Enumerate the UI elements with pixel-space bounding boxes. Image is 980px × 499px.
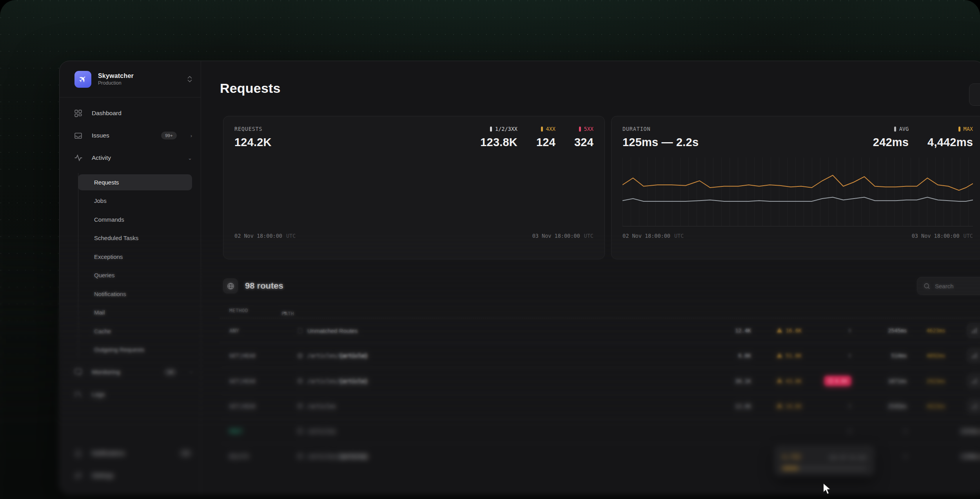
sidebar-item-settings[interactable]: Settings xyxy=(74,468,192,483)
stat-max: MAX 4,442ms xyxy=(927,126,973,149)
row-end xyxy=(946,323,980,338)
sidebar-item-requests[interactable]: Requests xyxy=(78,174,192,190)
row-chart-button chart-mini-icon[interactable] xyxy=(967,323,980,338)
method-label: GET|HEAD xyxy=(220,353,292,359)
cell-4xx: 51.6K xyxy=(751,353,802,359)
count-badge: 13 xyxy=(179,449,192,457)
sidebar-item-activity[interactable]: Activity⌄ xyxy=(74,150,192,166)
sidebar-item-cache[interactable]: Cache xyxy=(78,323,192,339)
cell-avg: 2545ms xyxy=(851,327,907,334)
routes-toolbar: 98 routes ⌘F View all Errors xyxy=(223,277,980,295)
table-row[interactable]: ANY Unmatched Routes 12.4K 16.6K 0 2545m… xyxy=(220,318,980,343)
search-icon xyxy=(924,283,930,289)
sidebar-item-monitoring[interactable]: Monitoring18› xyxy=(74,364,192,380)
table-row[interactable]: GET|HEAD /articles/{article} 30.1K 43.0K… xyxy=(220,368,980,393)
mouse-cursor xyxy=(822,483,833,495)
5xx-error-badge: 8.6K xyxy=(824,376,851,386)
sidebar-item-issues[interactable]: Issues99+› xyxy=(74,128,192,143)
legend-pill xyxy=(579,127,581,132)
cell-5xx: 0 xyxy=(802,353,851,359)
globe-icon xyxy=(292,378,307,384)
globe-icon xyxy=(223,278,238,293)
bell-icon xyxy=(74,449,83,457)
stat-4xx: 4XX 124 xyxy=(536,126,555,149)
cell-123xx: 12.4K xyxy=(708,327,751,334)
chevron-down-icon: ⌄ xyxy=(188,155,192,161)
page-title: Requests xyxy=(220,81,980,96)
inbox-icon xyxy=(74,132,83,140)
pulse-icon xyxy=(74,154,83,162)
route-path: /articles/{article} xyxy=(307,453,708,459)
max-line xyxy=(622,175,973,191)
time-range-1h[interactable]: 1H xyxy=(973,88,980,102)
legend-pill xyxy=(894,127,896,132)
row-end xyxy=(946,348,980,363)
route-path: /articles xyxy=(307,428,708,434)
col-method[interactable]: METHOD xyxy=(229,307,248,313)
x-axis-end: 03 Nov 18:00:00UTC xyxy=(532,233,593,239)
col-123xx[interactable]: 1/2/3XX xyxy=(971,307,980,313)
cell-123xx: 30.1K xyxy=(708,378,751,384)
cell-123xx: 12.4K xyxy=(708,403,751,409)
sidebar-item-outgoing-requests[interactable]: Outgoing Requests xyxy=(78,342,192,358)
legend-pill xyxy=(490,127,492,132)
table-header: METHOD PATH▼ 1/2/3XX 4XX 5XX AVG xyxy=(220,304,980,318)
count-badge: 99+ xyxy=(161,132,177,139)
search-box[interactable]: ⌘F xyxy=(917,277,980,295)
sidebar-item-jobs[interactable]: Jobs xyxy=(78,193,192,209)
sidebar: ✈ Skywatcher Production DashboardIssues9… xyxy=(60,61,201,494)
sidebar-item-exceptions[interactable]: Exceptions xyxy=(78,249,192,265)
sidebar-item-commands[interactable]: Commands xyxy=(78,212,192,228)
search-input[interactable] xyxy=(935,283,980,289)
cell-clipped-value: 1190ms xyxy=(946,453,980,459)
workspace-switcher[interactable]: ✈ Skywatcher Production xyxy=(60,61,201,98)
cell-5xx: 0 xyxy=(802,327,851,334)
cell-max: 4623ms xyxy=(907,403,946,409)
app-window: ✈ Skywatcher Production DashboardIssues9… xyxy=(59,61,980,494)
chevron-updown-icon[interactable] xyxy=(187,76,192,82)
cell-5xx: 0 xyxy=(802,428,851,434)
stat-123xx: 1/2/3XX 123.8K xyxy=(480,126,517,149)
requests-card: REQUESTS 124.2K 1/2/3XX 123.8K4XX 1245XX… xyxy=(223,116,605,259)
sidebar-item-scheduled-tasks[interactable]: Scheduled Tasks xyxy=(78,230,192,246)
cell-5xx: 0 xyxy=(802,403,851,409)
stat-5xx: 5XX 324 xyxy=(574,126,593,149)
chevron-right-icon: › xyxy=(191,369,192,375)
duration-line-chart[interactable] xyxy=(622,157,973,226)
row-end xyxy=(946,399,980,414)
sidebar-item-queries[interactable]: Queries xyxy=(78,267,192,283)
grid-icon xyxy=(74,109,83,118)
row-chart-button chart-mini-icon[interactable] xyxy=(967,399,980,414)
cell-avg: 514ms xyxy=(851,353,907,359)
sidebar-item-notifications[interactable]: Notifications xyxy=(78,286,192,302)
row-chart-button chart-mini-icon[interactable] xyxy=(967,348,980,363)
cell-avg: 0 xyxy=(851,428,907,434)
summary-cards: REQUESTS 124.2K 1/2/3XX 123.8K4XX 1245XX… xyxy=(223,116,980,259)
sidebar-item-dashboard[interactable]: Dashboard xyxy=(74,105,192,121)
table-row[interactable]: GET|HEAD /articles/{article} 6.6K 51.6K … xyxy=(220,343,980,368)
row-chart-button chart-mini-icon[interactable] xyxy=(967,374,980,389)
cell-4xx: 16.6K xyxy=(751,327,802,334)
cell-max: 4892ms xyxy=(907,353,946,359)
cell-avg: 2545ms xyxy=(851,403,907,409)
cell-123xx: 6.6K xyxy=(708,353,751,359)
duration-range: 125ms — 2.2s xyxy=(622,136,699,149)
route-path: Unmatched Routes xyxy=(307,327,708,334)
method-label: GET|HEAD xyxy=(220,403,292,409)
sidebar-item-notifications[interactable]: Notifications13 xyxy=(74,445,192,461)
table-row[interactable]: POST /articles 0 0 2254ms xyxy=(220,418,980,443)
sidebar-item-logs[interactable]: Logs xyxy=(74,387,192,402)
tooltip-caption: 19% OF 24,342 xyxy=(829,455,867,460)
time-range-selector: 1H24H7D14D30D xyxy=(969,83,980,106)
row-end xyxy=(946,374,980,389)
sidebar-nav: DashboardIssues99+›Activity⌄RequestsJobs… xyxy=(60,98,201,494)
routes-table: METHOD PATH▼ 1/2/3XX 4XX 5XX AVG ANY Unm… xyxy=(220,304,980,468)
monitor-icon xyxy=(74,368,83,376)
requests-total: 124.2K xyxy=(234,136,272,149)
sidebar-item-mail[interactable]: Mail xyxy=(78,304,192,320)
requests-bar-chart[interactable] xyxy=(234,157,593,226)
x-axis-start: 02 Nov 18:00:00UTC xyxy=(234,233,296,239)
table-row[interactable]: GET|HEAD /articles 12.4K 16.6K 0 2545ms … xyxy=(220,393,980,418)
chevron-right-icon: › xyxy=(191,133,192,139)
workspace-name: Skywatcher xyxy=(98,72,134,80)
